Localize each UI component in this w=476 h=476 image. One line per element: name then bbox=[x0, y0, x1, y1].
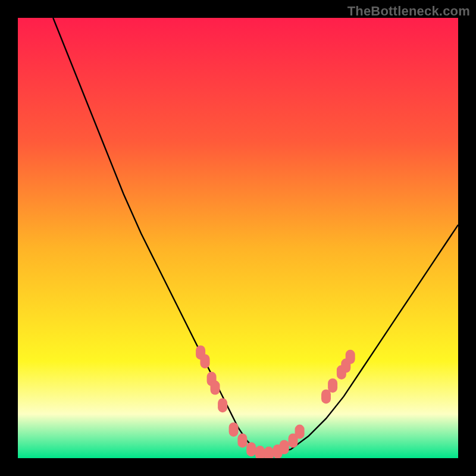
data-marker bbox=[201, 354, 210, 368]
data-marker bbox=[346, 350, 355, 364]
data-marker bbox=[211, 381, 220, 395]
data-marker bbox=[328, 378, 337, 393]
data-marker bbox=[280, 440, 289, 455]
data-marker bbox=[264, 447, 274, 458]
gradient-background bbox=[18, 18, 458, 458]
data-marker bbox=[295, 425, 305, 439]
data-marker bbox=[218, 398, 227, 412]
data-marker bbox=[237, 433, 247, 447]
data-marker bbox=[229, 422, 239, 437]
data-marker bbox=[246, 442, 256, 456]
bottleneck-chart bbox=[18, 18, 458, 458]
attribution-label: TheBottleneck.com bbox=[347, 4, 470, 19]
data-marker bbox=[321, 389, 331, 403]
chart-frame bbox=[18, 18, 458, 458]
data-marker bbox=[255, 446, 265, 458]
